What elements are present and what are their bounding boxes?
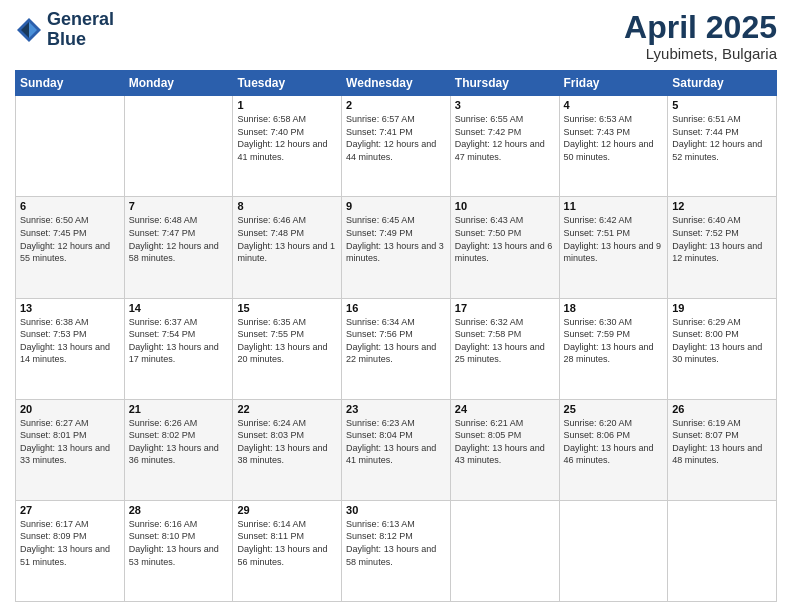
calendar-cell: 22Sunrise: 6:24 AM Sunset: 8:03 PM Dayli… <box>233 399 342 500</box>
day-number: 17 <box>455 302 555 314</box>
day-info: Sunrise: 6:38 AM Sunset: 7:53 PM Dayligh… <box>20 316 120 366</box>
calendar-cell: 15Sunrise: 6:35 AM Sunset: 7:55 PM Dayli… <box>233 298 342 399</box>
day-info: Sunrise: 6:32 AM Sunset: 7:58 PM Dayligh… <box>455 316 555 366</box>
day-info: Sunrise: 6:43 AM Sunset: 7:50 PM Dayligh… <box>455 214 555 264</box>
calendar-cell: 27Sunrise: 6:17 AM Sunset: 8:09 PM Dayli… <box>16 500 125 601</box>
day-info: Sunrise: 6:57 AM Sunset: 7:41 PM Dayligh… <box>346 113 446 163</box>
day-number: 14 <box>129 302 229 314</box>
logo-line2: Blue <box>47 30 114 50</box>
calendar-cell: 25Sunrise: 6:20 AM Sunset: 8:06 PM Dayli… <box>559 399 668 500</box>
day-info: Sunrise: 6:13 AM Sunset: 8:12 PM Dayligh… <box>346 518 446 568</box>
calendar-cell: 19Sunrise: 6:29 AM Sunset: 8:00 PM Dayli… <box>668 298 777 399</box>
logo-text: General Blue <box>47 10 114 50</box>
day-number: 28 <box>129 504 229 516</box>
calendar-cell: 4Sunrise: 6:53 AM Sunset: 7:43 PM Daylig… <box>559 96 668 197</box>
day-number: 13 <box>20 302 120 314</box>
logo-icon <box>15 16 43 44</box>
day-number: 29 <box>237 504 337 516</box>
day-number: 16 <box>346 302 446 314</box>
calendar-cell: 28Sunrise: 6:16 AM Sunset: 8:10 PM Dayli… <box>124 500 233 601</box>
day-info: Sunrise: 6:55 AM Sunset: 7:42 PM Dayligh… <box>455 113 555 163</box>
calendar-cell: 14Sunrise: 6:37 AM Sunset: 7:54 PM Dayli… <box>124 298 233 399</box>
calendar-cell: 13Sunrise: 6:38 AM Sunset: 7:53 PM Dayli… <box>16 298 125 399</box>
header: General Blue April 2025 Lyubimets, Bulga… <box>15 10 777 62</box>
day-info: Sunrise: 6:46 AM Sunset: 7:48 PM Dayligh… <box>237 214 337 264</box>
col-header-friday: Friday <box>559 71 668 96</box>
col-header-thursday: Thursday <box>450 71 559 96</box>
day-info: Sunrise: 6:20 AM Sunset: 8:06 PM Dayligh… <box>564 417 664 467</box>
calendar-week-row: 1Sunrise: 6:58 AM Sunset: 7:40 PM Daylig… <box>16 96 777 197</box>
calendar-week-row: 13Sunrise: 6:38 AM Sunset: 7:53 PM Dayli… <box>16 298 777 399</box>
day-number: 10 <box>455 200 555 212</box>
day-info: Sunrise: 6:48 AM Sunset: 7:47 PM Dayligh… <box>129 214 229 264</box>
calendar-cell: 12Sunrise: 6:40 AM Sunset: 7:52 PM Dayli… <box>668 197 777 298</box>
calendar-week-row: 6Sunrise: 6:50 AM Sunset: 7:45 PM Daylig… <box>16 197 777 298</box>
day-info: Sunrise: 6:51 AM Sunset: 7:44 PM Dayligh… <box>672 113 772 163</box>
logo-line1: General <box>47 10 114 30</box>
day-number: 4 <box>564 99 664 111</box>
calendar-cell: 6Sunrise: 6:50 AM Sunset: 7:45 PM Daylig… <box>16 197 125 298</box>
calendar-cell: 16Sunrise: 6:34 AM Sunset: 7:56 PM Dayli… <box>342 298 451 399</box>
day-info: Sunrise: 6:34 AM Sunset: 7:56 PM Dayligh… <box>346 316 446 366</box>
day-info: Sunrise: 6:23 AM Sunset: 8:04 PM Dayligh… <box>346 417 446 467</box>
day-info: Sunrise: 6:35 AM Sunset: 7:55 PM Dayligh… <box>237 316 337 366</box>
day-info: Sunrise: 6:16 AM Sunset: 8:10 PM Dayligh… <box>129 518 229 568</box>
day-number: 22 <box>237 403 337 415</box>
calendar-cell: 7Sunrise: 6:48 AM Sunset: 7:47 PM Daylig… <box>124 197 233 298</box>
day-number: 24 <box>455 403 555 415</box>
day-number: 21 <box>129 403 229 415</box>
calendar-cell: 30Sunrise: 6:13 AM Sunset: 8:12 PM Dayli… <box>342 500 451 601</box>
day-number: 12 <box>672 200 772 212</box>
day-info: Sunrise: 6:42 AM Sunset: 7:51 PM Dayligh… <box>564 214 664 264</box>
calendar-cell: 26Sunrise: 6:19 AM Sunset: 8:07 PM Dayli… <box>668 399 777 500</box>
calendar-cell: 23Sunrise: 6:23 AM Sunset: 8:04 PM Dayli… <box>342 399 451 500</box>
day-info: Sunrise: 6:45 AM Sunset: 7:49 PM Dayligh… <box>346 214 446 264</box>
day-number: 11 <box>564 200 664 212</box>
calendar-cell <box>124 96 233 197</box>
day-info: Sunrise: 6:21 AM Sunset: 8:05 PM Dayligh… <box>455 417 555 467</box>
day-number: 23 <box>346 403 446 415</box>
day-number: 7 <box>129 200 229 212</box>
page: General Blue April 2025 Lyubimets, Bulga… <box>0 0 792 612</box>
day-number: 3 <box>455 99 555 111</box>
logo: General Blue <box>15 10 114 50</box>
calendar-cell <box>16 96 125 197</box>
day-number: 2 <box>346 99 446 111</box>
calendar-cell <box>450 500 559 601</box>
calendar-cell: 29Sunrise: 6:14 AM Sunset: 8:11 PM Dayli… <box>233 500 342 601</box>
calendar-cell: 3Sunrise: 6:55 AM Sunset: 7:42 PM Daylig… <box>450 96 559 197</box>
calendar-cell: 17Sunrise: 6:32 AM Sunset: 7:58 PM Dayli… <box>450 298 559 399</box>
calendar-week-row: 27Sunrise: 6:17 AM Sunset: 8:09 PM Dayli… <box>16 500 777 601</box>
calendar-cell: 11Sunrise: 6:42 AM Sunset: 7:51 PM Dayli… <box>559 197 668 298</box>
day-info: Sunrise: 6:19 AM Sunset: 8:07 PM Dayligh… <box>672 417 772 467</box>
day-info: Sunrise: 6:14 AM Sunset: 8:11 PM Dayligh… <box>237 518 337 568</box>
calendar-cell: 2Sunrise: 6:57 AM Sunset: 7:41 PM Daylig… <box>342 96 451 197</box>
calendar-cell: 1Sunrise: 6:58 AM Sunset: 7:40 PM Daylig… <box>233 96 342 197</box>
day-number: 19 <box>672 302 772 314</box>
calendar-cell: 5Sunrise: 6:51 AM Sunset: 7:44 PM Daylig… <box>668 96 777 197</box>
day-info: Sunrise: 6:26 AM Sunset: 8:02 PM Dayligh… <box>129 417 229 467</box>
main-title: April 2025 <box>624 10 777 45</box>
col-header-monday: Monday <box>124 71 233 96</box>
day-number: 30 <box>346 504 446 516</box>
title-area: April 2025 Lyubimets, Bulgaria <box>624 10 777 62</box>
day-number: 6 <box>20 200 120 212</box>
col-header-tuesday: Tuesday <box>233 71 342 96</box>
calendar-cell: 8Sunrise: 6:46 AM Sunset: 7:48 PM Daylig… <box>233 197 342 298</box>
calendar-cell: 10Sunrise: 6:43 AM Sunset: 7:50 PM Dayli… <box>450 197 559 298</box>
calendar-week-row: 20Sunrise: 6:27 AM Sunset: 8:01 PM Dayli… <box>16 399 777 500</box>
day-number: 5 <box>672 99 772 111</box>
col-header-saturday: Saturday <box>668 71 777 96</box>
day-number: 8 <box>237 200 337 212</box>
day-info: Sunrise: 6:50 AM Sunset: 7:45 PM Dayligh… <box>20 214 120 264</box>
day-info: Sunrise: 6:58 AM Sunset: 7:40 PM Dayligh… <box>237 113 337 163</box>
day-number: 9 <box>346 200 446 212</box>
day-number: 18 <box>564 302 664 314</box>
day-info: Sunrise: 6:53 AM Sunset: 7:43 PM Dayligh… <box>564 113 664 163</box>
day-number: 25 <box>564 403 664 415</box>
day-number: 26 <box>672 403 772 415</box>
day-info: Sunrise: 6:30 AM Sunset: 7:59 PM Dayligh… <box>564 316 664 366</box>
day-number: 15 <box>237 302 337 314</box>
subtitle: Lyubimets, Bulgaria <box>624 45 777 62</box>
calendar-table: SundayMondayTuesdayWednesdayThursdayFrid… <box>15 70 777 602</box>
